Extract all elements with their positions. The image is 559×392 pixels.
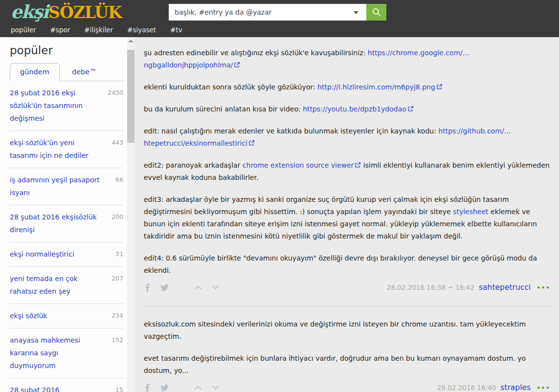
entry-author[interactable]: sahtepetrucci <box>479 283 531 292</box>
topic-title[interactable]: ekşi normalleştirici <box>10 248 104 261</box>
nav-item-popüler[interactable]: popüler <box>11 26 36 34</box>
nav-item-tv[interactable]: #tv <box>170 26 182 34</box>
search-input[interactable] <box>169 4 366 21</box>
entry-date[interactable]: 28.02.2016 16:40 <box>437 384 496 392</box>
topic-item[interactable]: yeni temada en çok rahatsız eden şey207 <box>10 267 123 304</box>
topic-list: 28 şubat 2016 ekşi sözlük'ün tasarımının… <box>10 81 123 392</box>
entry-paragraph: eklenti kurulduktan sonra sözlük şöyle g… <box>144 81 550 93</box>
upvote-icon[interactable] <box>194 384 202 391</box>
header: ekşisözlük popüler#spor#ilişkiler#siyase… <box>0 0 559 37</box>
topic-entry-count: 200 <box>107 211 123 223</box>
entry-author[interactable]: straples <box>500 383 531 392</box>
entry-paragraph: şu adresten edinebilir ve alıştığınız ek… <box>144 47 550 71</box>
entry-paragraph: edit4: 0.6 sürümüyle birlikte "devamını … <box>144 252 550 277</box>
external-link-icon <box>234 62 240 68</box>
topic-title[interactable]: yeni temada en çok rahatsız eden şey <box>10 272 104 298</box>
entry-link[interactable]: chrome extension source viewer <box>243 161 361 169</box>
entry-footer: 28.02.2016 16:38 ~ 18:42sahtepetrucci••• <box>144 282 550 293</box>
entry-link[interactable]: https://chrome.google.com/…ngbgalldonjhp… <box>144 49 470 69</box>
main-nav: popüler#spor#ilişkiler#siyaset#tv <box>11 26 182 34</box>
entry-paragraph: evet tasarımı değiştirebilmek için bunla… <box>144 352 550 377</box>
topic-entry-count: 207 <box>107 272 123 285</box>
site-logo[interactable]: ekşisözlük <box>11 1 122 22</box>
entry-paragraph: eksisozluk.com sitesindeki verilerinizi … <box>144 318 550 343</box>
entry-meta: 28.02.2016 16:40straples••• <box>437 383 550 392</box>
facebook-icon[interactable] <box>144 283 151 292</box>
downvote-icon[interactable] <box>211 284 220 291</box>
scrollbar-thumb[interactable] <box>127 50 134 143</box>
topic-entry-count: 31 <box>107 248 123 261</box>
entry-paragraph: bu da kurulum sürecini anlatan kısa bir … <box>144 103 550 115</box>
logo-part-eksi: ekşi <box>11 1 48 22</box>
nav-item-spor[interactable]: #spor <box>50 26 70 34</box>
entry-footer: 28.02.2016 16:40straples••• <box>144 382 550 392</box>
topic-title[interactable]: 28 şubat 2016 ekşi sözlük'ün tasarımının… <box>10 87 104 125</box>
topic-item[interactable]: ekşi sözlük'ün yeni tasarımı için ne ded… <box>10 131 123 168</box>
entry-meta: 28.02.2016 16:38 ~ 18:42sahtepetrucci••• <box>387 283 550 292</box>
entry-list: şu adresten edinebilir ve alıştığınız ek… <box>144 37 559 392</box>
topic-item[interactable]: 28 şubat 2016 ekşisözlük direnişi200 <box>10 205 123 242</box>
topic-title[interactable]: 28 şubat 2016 gaziantepspor galatasaray … <box>10 384 104 392</box>
topic-item[interactable]: iş adamının yeşil pasaport isyanı66 <box>10 168 123 205</box>
topic-title[interactable]: anayasa mahkemesi kararına saygı duymuyo… <box>10 334 104 372</box>
external-link-icon <box>407 106 414 112</box>
external-link-icon <box>436 84 443 90</box>
entry-link[interactable]: http://i.hizliresim.com/m6pyj8.png <box>317 83 443 91</box>
nav-item-siyaset[interactable]: #siyaset <box>127 26 156 34</box>
facebook-icon[interactable] <box>144 384 151 392</box>
entry-more-button[interactable]: ••• <box>537 284 550 291</box>
tab-debe[interactable]: debe™ <box>62 64 107 81</box>
entry-share-icons <box>144 384 220 392</box>
entry-share-icons <box>144 283 220 292</box>
topic-item[interactable]: ekşi normalleştirici31 <box>10 242 123 267</box>
entry-link[interactable]: stylesheet <box>453 208 488 216</box>
topic-title[interactable]: 28 şubat 2016 ekşisözlük direnişi <box>10 211 104 236</box>
topic-title[interactable]: ekşi sözlük <box>10 309 104 322</box>
entry-date[interactable]: 28.02.2016 16:38 ~ 18:42 <box>387 283 474 291</box>
external-link-icon <box>355 162 361 168</box>
sidebar: popüler gündem debe™ 28 şubat 2016 ekşi … <box>0 37 127 392</box>
topic-item[interactable]: ekşi sözlük234 <box>10 304 123 328</box>
topic-entry-count: 66 <box>107 174 123 186</box>
scroll-up-arrow-icon[interactable] <box>127 37 134 45</box>
entry-separator <box>144 306 550 306</box>
entry-paragraph: edit3: arkadaşlar öyle bir yazmış ki san… <box>144 194 550 242</box>
twitter-icon[interactable] <box>160 384 169 392</box>
tab-gundem[interactable]: gündem <box>10 63 60 81</box>
search-button[interactable] <box>366 4 386 21</box>
topic-entry-count: 152 <box>107 334 123 347</box>
topic-entry-count: 15 <box>107 384 123 392</box>
sidebar-tabs: gündem debe™ <box>10 63 123 81</box>
entry-link[interactable]: https://youtu.be/dpzb1ydodao <box>303 105 414 113</box>
topic-title[interactable]: iş adamının yeşil pasaport isyanı <box>10 174 104 199</box>
topic-title[interactable]: ekşi sözlük'ün yeni tasarımı için ne ded… <box>10 136 104 162</box>
entry-paragraph: edit: nasıl çalıştığını merak edenler ve… <box>144 125 550 150</box>
external-link-icon <box>248 140 255 146</box>
topic-entry-count: 234 <box>107 309 123 322</box>
topic-item[interactable]: 28 şubat 2016 ekşi sözlük'ün tasarımının… <box>10 81 123 131</box>
downvote-icon[interactable] <box>211 384 220 391</box>
entry-link[interactable]: https://github.com/…htepetrucci/eksinorm… <box>144 127 511 147</box>
twitter-icon[interactable] <box>160 283 169 292</box>
topic-item[interactable]: anayasa mahkemesi kararına saygı duymuyo… <box>10 328 123 378</box>
topic-item[interactable]: 28 şubat 2016 gaziantepspor galatasaray … <box>10 378 123 392</box>
search-icon <box>372 7 381 17</box>
entry: eksisozluk.com sitesindeki verilerinizi … <box>144 318 550 392</box>
sidebar-title: popüler <box>10 44 127 57</box>
entry-more-button[interactable]: ••• <box>537 384 550 392</box>
topic-entry-count: 443 <box>107 136 123 149</box>
entry-paragraph: edit2: paranoyak arkadaşlar chrome exten… <box>144 159 550 184</box>
caret-down-icon[interactable] <box>354 11 358 14</box>
search-bar <box>169 4 386 21</box>
upvote-icon[interactable] <box>194 284 202 291</box>
entry: şu adresten edinebilir ve alıştığınız ek… <box>144 47 550 293</box>
logo-part-sozluk: sözlük <box>48 3 122 22</box>
nav-item-ilişkiler[interactable]: #ilişkiler <box>84 26 113 34</box>
sidebar-scrollbar[interactable] <box>127 37 134 392</box>
topic-entry-count: 2430 <box>107 87 123 99</box>
